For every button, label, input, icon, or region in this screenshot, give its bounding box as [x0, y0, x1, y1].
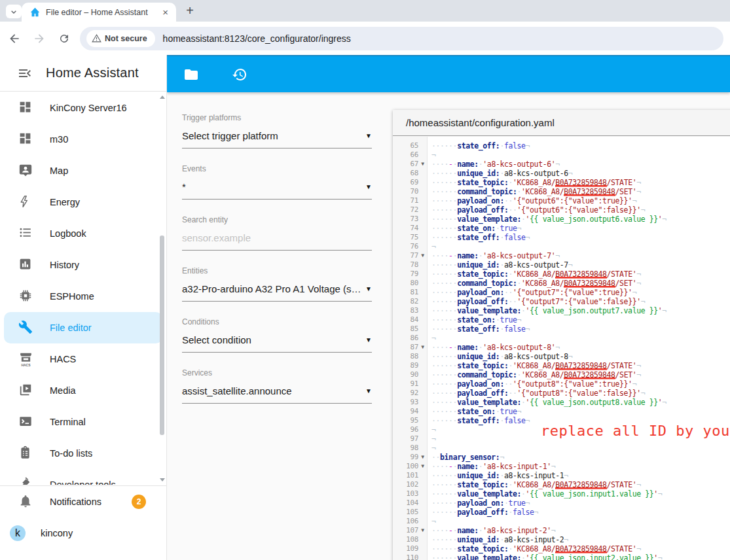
- code-line[interactable]: 71······payload_on:··'{"output6":{"value…: [393, 196, 730, 205]
- code-text[interactable]: ······value_template:·'{{ value_json.out…: [427, 398, 666, 407]
- fold-arrow-icon[interactable]: ▼: [418, 462, 427, 471]
- code-line[interactable]: 82······payload_off:··'{"output7":{"valu…: [393, 297, 730, 306]
- code-text[interactable]: ··binary_sensor:¬: [427, 453, 504, 462]
- scrollbar-thumb[interactable]: [160, 236, 164, 435]
- sidebar-item-terminal[interactable]: Terminal: [4, 406, 162, 438]
- code-text[interactable]: ······state_off:·false¬: [427, 416, 530, 425]
- code-text[interactable]: ······state_topic:·'KC868_A8/B0A73285984…: [427, 544, 641, 553]
- code-line[interactable]: 100▼····-·name:·'a8-kcs-input-1'¬: [393, 462, 730, 471]
- sidebar-item-developer-tools[interactable]: Developer tools: [4, 469, 162, 485]
- reload-button[interactable]: [54, 28, 75, 49]
- sidebar-item-notifications[interactable]: Notifications 2: [4, 486, 162, 517]
- code-line[interactable]: 101······unique_id:·a8-kcs-input-1¬: [393, 471, 730, 480]
- code-text[interactable]: ······payload_on:·true¬: [427, 499, 530, 508]
- code-text[interactable]: ······state_topic:·'KC868_A8/B0A73285984…: [427, 178, 641, 187]
- code-line[interactable]: 98¬: [393, 444, 730, 453]
- sidebar-item-map[interactable]: Map: [4, 155, 162, 186]
- code-text[interactable]: ¬: [427, 434, 436, 444]
- code-line[interactable]: 87▼····-·name:·'a8-kcs-output-8'¬: [393, 343, 730, 352]
- code-text[interactable]: ······state_topic:·'KC868_A8/B0A73285984…: [427, 361, 641, 370]
- code-text[interactable]: ¬: [427, 242, 436, 251]
- code-line[interactable]: 92······payload_off:··'{"output8":{"valu…: [393, 389, 730, 398]
- code-text[interactable]: ······unique_id:·a8-kcs-input-1¬: [427, 471, 568, 480]
- folder-browser-button[interactable]: [183, 67, 199, 82]
- code-line[interactable]: 65······state_off:·false¬: [393, 141, 730, 150]
- sidebar-item-esphome[interactable]: ESPHome: [4, 281, 162, 312]
- code-line[interactable]: 88······unique_id:·a8-kcs-output-8¬: [393, 352, 730, 361]
- code-text[interactable]: ······state_on:·true¬: [427, 224, 521, 233]
- code-text[interactable]: ······state_off:·false¬: [427, 324, 530, 334]
- code-editor[interactable]: 65······state_off:·false¬66¬67▼····-·nam…: [393, 137, 730, 560]
- code-text[interactable]: ¬: [427, 150, 436, 160]
- fold-arrow-icon[interactable]: ▼: [418, 160, 427, 169]
- dropdown-entities[interactable]: a32-Pro-arduino A32 Pro A1 Voltage (s…▼: [182, 282, 372, 295]
- code-text[interactable]: ······value_template:·'{{ value_json.inp…: [427, 553, 662, 560]
- code-text[interactable]: ······value_template:·'{{ value_json.out…: [427, 215, 666, 224]
- code-line[interactable]: 99▼··binary_sensor:¬: [393, 453, 730, 462]
- code-text[interactable]: ······unique_id:·a8-kcs-output-8¬: [427, 352, 572, 361]
- code-text[interactable]: ····-·name:·'a8-kcs-output-8'¬: [427, 343, 560, 352]
- search-entity-input[interactable]: sensor.example: [182, 231, 372, 244]
- code-text[interactable]: ······payload_off:··'{"output8":{"value"…: [427, 389, 645, 398]
- code-text[interactable]: ······payload_on:··'{"output8":{"value":…: [427, 379, 636, 389]
- sidebar-item-hacs[interactable]: HACSHACS: [4, 343, 162, 375]
- code-text[interactable]: ······value_template:·'{{ value_json.out…: [427, 306, 666, 315]
- code-line[interactable]: 110······value_template:·'{{ value_json.…: [393, 553, 730, 560]
- code-line[interactable]: 107▼····-·name:·'a8-kcs-input-2'¬: [393, 526, 730, 535]
- fold-arrow-icon[interactable]: ▼: [418, 251, 427, 260]
- code-line[interactable]: 81······payload_on:··'{"output7":{"value…: [393, 288, 730, 297]
- code-line[interactable]: 78······unique_id:·a8-kcs-output-7¬: [393, 260, 730, 270]
- code-line[interactable]: 91······payload_on:··'{"output8":{"value…: [393, 379, 730, 389]
- code-line[interactable]: 83······value_template:·'{{ value_json.o…: [393, 306, 730, 315]
- code-line[interactable]: 75······state_off:·false¬: [393, 233, 730, 242]
- code-text[interactable]: ······payload_off:·false¬: [427, 508, 538, 517]
- sidebar-scrollbar[interactable]: [158, 93, 166, 484]
- sidebar-item-file-editor[interactable]: File editor: [4, 312, 162, 343]
- code-line[interactable]: 102······state_topic:·'KC868_A8/B0A73285…: [393, 480, 730, 489]
- code-text[interactable]: ····-·name:·'a8-kcs-input-2'¬: [427, 526, 555, 535]
- browser-tab[interactable]: File editor – Home Assistant ×: [22, 3, 176, 22]
- sidebar-item-logbook[interactable]: Logbook: [4, 218, 162, 249]
- code-line[interactable]: 93······value_template:·'{{ value_json.o…: [393, 398, 730, 407]
- code-line[interactable]: 106¬: [393, 517, 730, 526]
- scroll-up-icon[interactable]: [160, 96, 165, 99]
- code-text[interactable]: ······payload_on:··'{"output7":{"value":…: [427, 288, 636, 297]
- code-line[interactable]: 67▼····-·name:·'a8-kcs-output-6'¬: [393, 160, 730, 169]
- code-text[interactable]: ¬: [427, 334, 436, 343]
- code-line[interactable]: 108······unique_id:·a8-kcs-input-2¬: [393, 535, 730, 544]
- code-line[interactable]: 84······state_on:·true¬: [393, 315, 730, 324]
- code-text[interactable]: ······state_off:·false¬: [427, 141, 530, 150]
- code-line[interactable]: 76¬: [393, 242, 730, 251]
- code-text[interactable]: ······state_off:·false¬: [427, 233, 530, 242]
- tab-close-icon[interactable]: ×: [160, 7, 171, 18]
- code-text[interactable]: ¬: [427, 425, 436, 434]
- code-text[interactable]: ¬: [427, 444, 436, 453]
- menu-open-icon[interactable]: [17, 65, 33, 81]
- code-text[interactable]: ····-·name:·'a8-kcs-output-6'¬: [427, 160, 560, 169]
- code-text[interactable]: ······state_on:·true¬: [427, 407, 521, 416]
- tab-list-button[interactable]: [6, 5, 22, 18]
- code-line[interactable]: 70······command_topic:·'KC868_A8/B0A7328…: [393, 187, 730, 196]
- code-line[interactable]: 89······state_topic:·'KC868_A8/B0A732859…: [393, 361, 730, 370]
- code-line[interactable]: 79······state_topic:·'KC868_A8/B0A732859…: [393, 270, 730, 279]
- code-text[interactable]: ······payload_off:··'{"output7":{"value"…: [427, 297, 645, 306]
- code-text[interactable]: ······command_topic:·'KC868_A8/B0A732859…: [427, 279, 641, 288]
- dropdown-events[interactable]: *▼: [182, 180, 372, 193]
- code-text[interactable]: ······unique_id:·a8-kcs-output-6¬: [427, 169, 572, 178]
- code-line[interactable]: 105······payload_off:·false¬: [393, 508, 730, 517]
- file-history-button[interactable]: [232, 67, 247, 82]
- code-line[interactable]: 72······payload_off:··'{"output6":{"valu…: [393, 205, 730, 215]
- code-line[interactable]: 66¬: [393, 150, 730, 160]
- code-line[interactable]: 69······state_topic:·'KC868_A8/B0A732859…: [393, 178, 730, 187]
- code-line[interactable]: 86¬: [393, 334, 730, 343]
- code-text[interactable]: ······state_topic:·'KC868_A8/B0A73285984…: [427, 480, 641, 489]
- code-line[interactable]: 90······command_topic:·'KC868_A8/B0A7328…: [393, 370, 730, 379]
- code-line[interactable]: 68······unique_id:·a8-kcs-output-6¬: [393, 169, 730, 178]
- new-tab-button[interactable]: +: [181, 2, 198, 19]
- code-text[interactable]: ······command_topic:·'KC868_A8/B0A732859…: [427, 370, 641, 379]
- code-text[interactable]: ····-·name:·'a8-kcs-output-7'¬: [427, 251, 560, 260]
- sidebar-item-energy[interactable]: Energy: [4, 186, 162, 218]
- sidebar-item-user[interactable]: k kincony: [4, 517, 162, 549]
- fold-arrow-icon[interactable]: ▼: [418, 526, 427, 535]
- sidebar-item-to-do-lists[interactable]: To-do lists: [4, 438, 162, 469]
